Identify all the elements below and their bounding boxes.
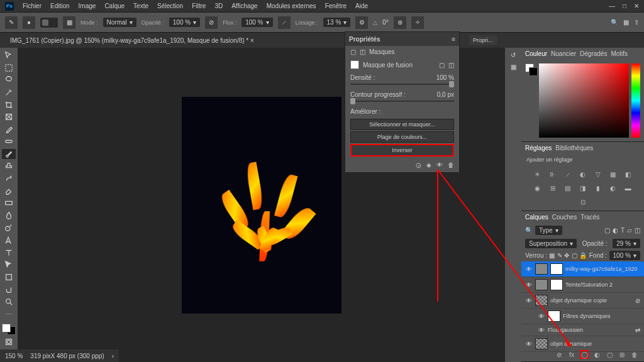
- layer-fill[interactable]: 100 %▾: [609, 251, 640, 260]
- lock-nest-icon[interactable]: ▢: [572, 252, 577, 259]
- menu-item[interactable]: Texte: [130, 1, 152, 11]
- heal-tool[interactable]: [2, 136, 16, 147]
- maximize-icon[interactable]: □: [623, 3, 626, 9]
- stamp-tool[interactable]: [2, 161, 16, 172]
- lock-pixels-icon[interactable]: ▦: [549, 252, 555, 259]
- edit-toolbar-icon[interactable]: ⋯: [2, 309, 16, 319]
- bw-icon[interactable]: ◧: [623, 169, 634, 179]
- feather-value[interactable]: 0,0 px: [437, 91, 454, 98]
- new-group-icon[interactable]: ▢: [605, 350, 614, 359]
- move-tool[interactable]: [2, 50, 16, 61]
- menu-item[interactable]: Filtre: [188, 1, 209, 11]
- filter-opts-icon[interactable]: ⇄: [635, 327, 640, 334]
- posterize-icon[interactable]: ▮: [592, 183, 604, 193]
- shape-tool[interactable]: [2, 272, 16, 282]
- tab-gradients[interactable]: Dégradés: [580, 50, 607, 57]
- visibility-icon[interactable]: 👁: [525, 281, 533, 288]
- color-range-button[interactable]: Plage de couleurs...: [350, 131, 454, 143]
- close-tab-icon[interactable]: ×: [250, 37, 254, 44]
- blur-tool[interactable]: [2, 211, 16, 221]
- link-icon[interactable]: ⊘: [635, 297, 640, 304]
- brush-toggle[interactable]: [40, 18, 58, 28]
- menu-item[interactable]: Fichier: [19, 1, 45, 11]
- tab-color[interactable]: Couleur: [525, 50, 547, 57]
- fg-bg-swatches[interactable]: [2, 324, 16, 335]
- invert-icon[interactable]: ◨: [577, 183, 589, 193]
- menu-item[interactable]: 3D: [211, 1, 226, 11]
- zoom-level[interactable]: 150 %: [5, 353, 23, 359]
- path-tool[interactable]: [2, 260, 16, 270]
- pixel-mask-icon[interactable]: ▢: [350, 48, 356, 55]
- wand-tool[interactable]: [2, 87, 16, 98]
- color-field[interactable]: [539, 63, 629, 138]
- filter-smart-icon[interactable]: ◫: [635, 227, 640, 234]
- filter-type-icon[interactable]: T: [621, 227, 625, 234]
- visibility-icon[interactable]: 👁: [525, 340, 533, 348]
- panel-menu-icon[interactable]: ≡: [452, 36, 455, 43]
- brush-panel-icon[interactable]: ▦: [63, 16, 75, 29]
- share-icon[interactable]: ⇪: [634, 19, 639, 26]
- layer-row[interactable]: 👁 objet dynamique copie ⊘: [521, 293, 644, 309]
- workspace-icon[interactable]: ▦: [623, 19, 629, 26]
- gradient-map-icon[interactable]: ▬: [623, 183, 634, 193]
- tab-paths[interactable]: Tracés: [580, 214, 599, 221]
- load-selection-icon[interactable]: ◶: [416, 162, 421, 168]
- tab-swatches[interactable]: Nuancier: [551, 50, 576, 57]
- frame-tool[interactable]: [2, 112, 16, 123]
- toggle-mask-icon[interactable]: 👁: [436, 162, 443, 168]
- collapsed-properties-tab[interactable]: Propri...: [469, 35, 497, 45]
- add-mask-icon[interactable]: ◯: [580, 350, 589, 359]
- menu-item[interactable]: Image: [75, 1, 100, 11]
- brush-preset-icon[interactable]: ●: [23, 16, 35, 29]
- threshold-icon[interactable]: ◐: [608, 183, 619, 193]
- density-value[interactable]: 100 %: [436, 74, 454, 81]
- layer-row[interactable]: 👁 Flou gaussien ⇄: [521, 324, 644, 336]
- lock-paint-icon[interactable]: ✎: [557, 252, 562, 259]
- layer-name[interactable]: milky-way-ga7c9afe1a_1920: [565, 266, 640, 272]
- invert-button[interactable]: Inverser: [350, 144, 454, 156]
- type-tool[interactable]: [2, 247, 16, 258]
- visibility-icon[interactable]: 👁: [538, 326, 545, 334]
- layer-row[interactable]: 👁 milky-way-ga7c9afe1a_1920: [521, 261, 644, 277]
- document-tab[interactable]: IMG_1761 (Copier).jpg @ 150% (milky-way-…: [5, 35, 259, 47]
- minimize-icon[interactable]: —: [609, 3, 615, 9]
- layer-thumb[interactable]: [535, 295, 548, 306]
- delete-mask-icon[interactable]: 🗑: [448, 162, 454, 168]
- exposure-icon[interactable]: ◐: [577, 169, 589, 179]
- filter-type[interactable]: Type▾: [535, 226, 562, 235]
- layer-name[interactable]: objet dynamique copie: [550, 297, 633, 304]
- swatch-icon[interactable]: ▦: [511, 63, 516, 70]
- info-chevron-icon[interactable]: ›: [112, 353, 114, 359]
- density-slider[interactable]: [350, 84, 454, 85]
- pressure-opacity-icon[interactable]: ⊘: [205, 16, 218, 29]
- close-icon[interactable]: ✕: [634, 3, 639, 9]
- airbrush-icon[interactable]: ⟋: [278, 16, 291, 29]
- mask-preview[interactable]: [350, 60, 359, 69]
- document-canvas[interactable]: [182, 97, 341, 314]
- tab-adjustments[interactable]: Réglages: [525, 145, 552, 151]
- layer-name[interactable]: objet dynamique: [550, 341, 640, 347]
- vector-mask-icon[interactable]: ◫: [360, 48, 365, 55]
- menu-item[interactable]: Edition: [47, 1, 74, 11]
- lasso-tool[interactable]: [2, 75, 16, 85]
- symmetry-icon[interactable]: ✧: [411, 16, 424, 29]
- selective-icon[interactable]: ⊡: [577, 197, 589, 207]
- crop-tool[interactable]: [2, 99, 16, 110]
- mask-thumb[interactable]: [550, 279, 563, 290]
- mode-select[interactable]: Normal▾: [103, 18, 136, 27]
- opacity-input[interactable]: 100 %▾: [169, 18, 200, 27]
- photo-filter-icon[interactable]: ◉: [532, 183, 543, 193]
- feather-slider[interactable]: [350, 101, 454, 102]
- lock-move-icon[interactable]: ✥: [564, 252, 569, 259]
- zoom-tool[interactable]: [2, 297, 16, 307]
- smoothing-opts-icon[interactable]: ⚙: [355, 16, 368, 29]
- menu-item[interactable]: Calque: [101, 1, 128, 11]
- brush-icon[interactable]: ✎: [5, 16, 18, 29]
- eraser-tool[interactable]: [2, 185, 16, 196]
- menu-item[interactable]: Affichage: [228, 1, 262, 11]
- tab-channels[interactable]: Couches: [552, 214, 577, 221]
- tab-layers[interactable]: Calques: [525, 214, 548, 221]
- layer-thumb[interactable]: [535, 338, 548, 349]
- layer-thumb[interactable]: [535, 263, 548, 275]
- delete-layer-icon[interactable]: 🗑: [630, 350, 639, 359]
